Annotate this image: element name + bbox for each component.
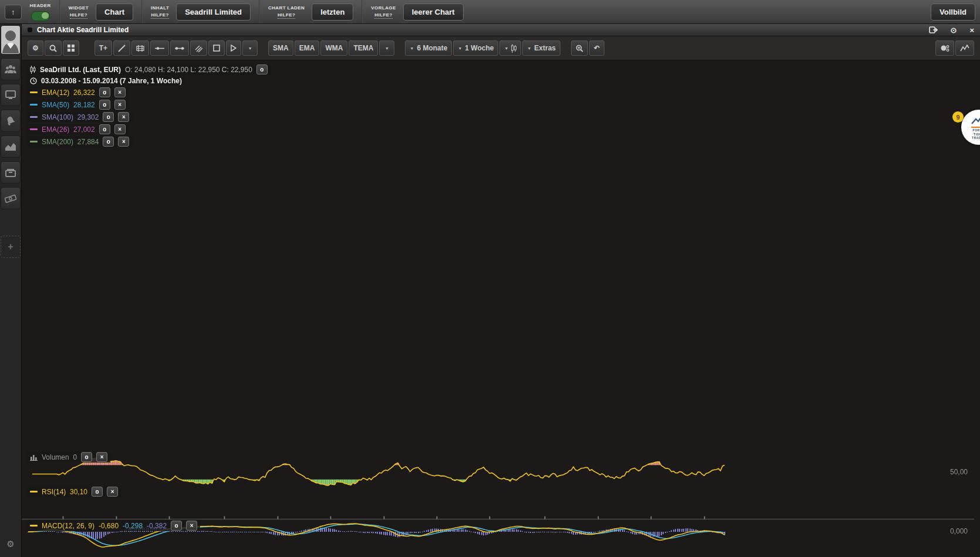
remove-indicator-button[interactable]: ×: [107, 487, 118, 497]
clock-icon: [30, 77, 37, 84]
window-bullet-icon: [28, 28, 32, 32]
fibonacci-tool-button[interactable]: [131, 40, 149, 56]
symbol-name: SeaDrill Ltd. (Last, EUR): [40, 66, 121, 74]
vorlage-help-link[interactable]: VORLAGEHILFE?: [371, 5, 396, 19]
series-color-dash: [30, 525, 38, 527]
visibility-toggle-button[interactable]: o: [99, 87, 110, 97]
search-button[interactable]: [45, 40, 62, 56]
chart-toolbar: ⚙ T+ ▼ SMA EMA WM: [22, 36, 980, 60]
series-color-dash: [30, 141, 38, 142]
target-icon[interactable]: ⊙: [951, 26, 957, 35]
series-color-dash: [30, 116, 38, 118]
candlestick-icon: [30, 66, 36, 74]
overlay-legend-row: SMA(100) 29,302 o ×: [27, 111, 132, 123]
macd-legend: MACD(12, 26, 9) -0,680 -0,298 -0,382 o ×: [27, 520, 200, 531]
hatch-tool-button[interactable]: [190, 40, 207, 56]
wma-button[interactable]: WMA: [320, 40, 347, 56]
users-icon[interactable]: [1, 58, 21, 80]
monitor-icon[interactable]: [1, 84, 21, 106]
avatar[interactable]: [1, 25, 21, 55]
series-color-dash: [30, 104, 38, 106]
hline-tool-button[interactable]: [150, 40, 169, 56]
widget-titlebar[interactable]: Chart Aktie Seadrill Limited ⊙ ×: [22, 24, 980, 36]
settings-button[interactable]: ⚙: [28, 40, 43, 56]
ema-button[interactable]: EMA: [295, 40, 320, 56]
leerer-chart-button[interactable]: leerer Chart: [403, 4, 464, 21]
visibility-toggle-button[interactable]: o: [99, 124, 110, 134]
rect-tool-button[interactable]: [208, 40, 225, 56]
visibility-toggle-button[interactable]: o: [92, 487, 103, 497]
extras-dropdown[interactable]: ▼Extras: [522, 40, 560, 56]
draw-tools-dropdown[interactable]: ▼: [242, 40, 258, 56]
arrow-tool-button[interactable]: [226, 40, 241, 56]
remove-series-button[interactable]: ×: [118, 112, 129, 122]
collapse-header-button[interactable]: ↑: [5, 5, 22, 19]
settings-gear-icon[interactable]: ⚙: [1, 534, 20, 555]
tema-button[interactable]: TEMA: [349, 40, 378, 56]
symbol-legend-row: SeaDrill Ltd. (Last, EUR) O: 24,080 H: 2…: [27, 64, 271, 75]
series-color-dash: [30, 91, 38, 93]
add-widget-button[interactable]: +: [1, 236, 21, 258]
visibility-toggle-button[interactable]: o: [171, 521, 182, 531]
remove-series-button[interactable]: ×: [114, 87, 126, 97]
chart-laden-help-link[interactable]: CHART LADENHILFE?: [268, 5, 305, 19]
segment-tool-button[interactable]: [170, 40, 189, 56]
overlay-legend-row: EMA(12) 26,322 o ×: [27, 87, 129, 98]
visibility-toggle-button[interactable]: o: [99, 100, 110, 110]
bell-icon[interactable]: [1, 110, 21, 132]
series-color-dash: [30, 128, 38, 130]
sma-button[interactable]: SMA: [268, 40, 293, 56]
chart-area: SeaDrill Ltd. (Last, EUR) O: 24,080 H: 2…: [22, 60, 980, 557]
close-icon[interactable]: ×: [969, 26, 974, 35]
overlay-legend-row: SMA(50) 28,182 o ×: [27, 99, 129, 110]
area-chart-icon[interactable]: [1, 135, 21, 158]
mountain-chart-button[interactable]: [955, 40, 974, 56]
visibility-toggle-button[interactable]: o: [81, 452, 92, 462]
divider: [259, 0, 260, 23]
symbol-button[interactable]: Seadrill Limited: [176, 4, 251, 21]
overlay-legend-row: SMA(200) 27,884 o ×: [27, 136, 132, 147]
letzten-button[interactable]: letzten: [312, 4, 353, 21]
trendline-tool-button[interactable]: [113, 40, 130, 56]
remove-indicator-button[interactable]: ×: [186, 521, 197, 531]
visibility-toggle-button[interactable]: o: [103, 112, 114, 122]
chart-type-dropdown[interactable]: ▼: [499, 40, 521, 56]
period-dropdown[interactable]: ▼6 Monate: [405, 40, 452, 56]
popout-icon[interactable]: [929, 26, 938, 33]
chart-widget: Chart Aktie Seadrill Limited ⊙ × ⚙ T+: [22, 24, 980, 557]
archive-box-icon[interactable]: [1, 161, 21, 184]
remove-indicator-button[interactable]: ×: [96, 452, 107, 462]
compare-bubbles-button[interactable]: [935, 40, 954, 56]
chart-legend: SeaDrill Ltd. (Last, EUR) O: 24,080 H: 2…: [27, 64, 271, 148]
notification-badge[interactable]: 9: [952, 111, 964, 123]
volume-bars-icon: [30, 454, 38, 461]
layout-grid-button[interactable]: [63, 40, 79, 56]
rsi-legend: RSI(14) 30,10 o ×: [27, 486, 121, 497]
visibility-toggle-button[interactable]: o: [256, 64, 268, 74]
range-legend-row: 03.03.2008 - 15.09.2014 (7 Jahre, 1 Woch…: [27, 76, 185, 86]
zoom-in-button[interactable]: [571, 40, 588, 56]
widget-help-link[interactable]: WIDGETHILFE?: [69, 5, 89, 19]
logo-accent-bar: [971, 127, 980, 128]
ohlc-values: O: 24,080 H: 24,100 L: 22,950 C: 22,950: [125, 66, 252, 74]
text-tool-button[interactable]: T+: [94, 40, 112, 56]
divider: [141, 0, 143, 23]
candlestick-icon: [511, 44, 516, 53]
indicator-dropdown[interactable]: ▼: [379, 40, 394, 56]
series-color-dash: [30, 491, 38, 493]
overlay-legend-row: EMA(26) 27,002 o ×: [27, 124, 129, 135]
undo-button[interactable]: ↶: [589, 40, 604, 56]
remove-series-button[interactable]: ×: [114, 100, 126, 110]
sidebar: + ⚙: [0, 24, 22, 557]
interval-dropdown[interactable]: ▼1 Woche: [453, 40, 498, 56]
visibility-toggle-button[interactable]: o: [103, 137, 114, 147]
inhalt-help-link[interactable]: INHALTHILFE?: [151, 5, 169, 19]
remove-series-button[interactable]: ×: [118, 137, 129, 147]
vollbild-button[interactable]: Vollbild: [931, 4, 975, 21]
header-toggle[interactable]: [31, 11, 50, 21]
header-bar: ↑ HEADER WIDGETHILFE? Chart INHALTHILFE?…: [0, 0, 980, 24]
chart-widget-button[interactable]: Chart: [96, 4, 133, 21]
divider: [59, 0, 60, 23]
banknote-icon[interactable]: [1, 187, 21, 209]
remove-series-button[interactable]: ×: [114, 124, 126, 134]
